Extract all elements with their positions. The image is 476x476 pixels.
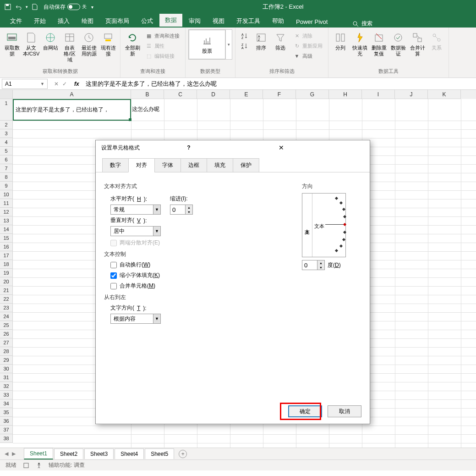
tab-formulas[interactable]: 公式 xyxy=(136,15,159,28)
consolidate-button[interactable]: 合并计算 xyxy=(408,29,427,59)
sheet-tab[interactable]: Sheet5 xyxy=(145,448,174,459)
indent-spinner[interactable]: ▲▼ xyxy=(170,205,193,215)
vert-align-combo[interactable]: 居中▼ xyxy=(110,226,161,236)
get-data-button[interactable]: 获取数据 xyxy=(3,29,21,59)
dlg-tab-border[interactable]: 边框 xyxy=(181,158,207,172)
row-header[interactable]: 14 xyxy=(0,225,13,234)
cell-a1-selected[interactable]: 这里的字是不是太多了，已经出格了， xyxy=(13,99,131,121)
row-header[interactable]: 7 xyxy=(0,164,13,173)
row-header[interactable]: 11 xyxy=(0,199,13,208)
row-header[interactable]: 33 xyxy=(0,391,13,399)
formula-input[interactable]: 这里的字是不是太多了，已经出格了，这怎么办呢 xyxy=(82,80,476,88)
tab-help[interactable]: 帮助 xyxy=(267,15,290,28)
row-header[interactable]: 34 xyxy=(0,399,13,408)
refresh-all-button[interactable]: 全部刷新 xyxy=(123,29,142,59)
row-header[interactable]: 31 xyxy=(0,373,13,382)
row-header[interactable]: 38 xyxy=(0,434,13,443)
select-all-corner[interactable] xyxy=(0,90,13,99)
filter-button[interactable]: 筛选 xyxy=(271,29,290,53)
queries-connections-button[interactable]: ▦查询和连接 xyxy=(143,31,181,40)
reapply-button[interactable]: ↻重新应用 xyxy=(291,41,324,50)
row-header[interactable]: 25 xyxy=(0,321,13,330)
flash-fill-button[interactable]: 快速填充 xyxy=(350,29,369,59)
row-header[interactable]: 20 xyxy=(0,277,13,286)
row-header[interactable]: 9 xyxy=(0,182,13,190)
sheet-nav-next[interactable]: ▶ xyxy=(12,451,16,457)
tab-data[interactable]: 数据 xyxy=(159,14,182,28)
row-header[interactable]: 29 xyxy=(0,356,13,365)
tab-power-pivot[interactable]: Power Pivot xyxy=(290,16,333,28)
undo-icon[interactable] xyxy=(15,3,23,11)
col-header[interactable]: B xyxy=(131,90,164,99)
dlg-tab-protection[interactable]: 保护 xyxy=(233,158,259,172)
shrink-to-fit-checkbox[interactable]: 缩小字体填充(K) xyxy=(110,271,302,279)
ok-button[interactable]: 确定 xyxy=(288,405,322,417)
col-header[interactable]: F xyxy=(263,90,296,99)
row-header[interactable]: 28 xyxy=(0,347,13,356)
row-header[interactable]: 4 xyxy=(0,138,13,147)
tab-developer[interactable]: 开发工具 xyxy=(231,15,266,28)
row-header[interactable]: 32 xyxy=(0,382,13,391)
tab-review[interactable]: 审阅 xyxy=(183,15,206,28)
existing-connections-button[interactable]: 现有连接 xyxy=(99,29,117,59)
from-table-button[interactable]: 自表格/区域 xyxy=(60,29,79,65)
clear-button[interactable]: ✕清除 xyxy=(291,31,324,40)
add-sheet-button[interactable]: + xyxy=(179,450,187,458)
tab-file[interactable]: 文件 xyxy=(5,15,27,28)
text-to-columns-button[interactable]: 分列 xyxy=(331,29,350,53)
row-header[interactable]: 10 xyxy=(0,190,13,199)
horiz-align-combo[interactable]: 常规▼ xyxy=(110,205,161,215)
fx-icon[interactable]: fx xyxy=(74,81,79,87)
sheet-tab[interactable]: Sheet1 xyxy=(24,448,53,459)
col-header[interactable]: H xyxy=(329,90,362,99)
dlg-tab-number[interactable]: 数字 xyxy=(102,158,129,172)
tab-draw[interactable]: 绘图 xyxy=(76,15,99,28)
sort-desc-button[interactable]: ZA xyxy=(239,41,250,50)
remove-duplicates-button[interactable]: 删除重复值 xyxy=(370,29,388,59)
accessibility-icon[interactable] xyxy=(36,462,42,469)
row-header[interactable]: 35 xyxy=(0,408,13,417)
col-header[interactable]: E xyxy=(230,90,263,99)
row-header[interactable]: 5 xyxy=(0,147,13,155)
cancel-button[interactable]: 取消 xyxy=(328,405,361,417)
tab-page-layout[interactable]: 页面布局 xyxy=(100,15,135,28)
name-box[interactable]: A1▼ xyxy=(2,79,48,89)
row-header[interactable]: 1 xyxy=(0,99,13,121)
col-header[interactable]: K xyxy=(428,90,461,99)
data-types-gallery[interactable]: 股票 ▾ xyxy=(188,29,232,60)
cancel-formula-icon[interactable]: ✕ xyxy=(54,81,59,87)
data-validation-button[interactable]: 数据验证 xyxy=(389,29,407,59)
col-header[interactable]: D xyxy=(197,90,230,99)
edit-links-button[interactable]: ⬚编辑链接 xyxy=(143,51,181,61)
dialog-help-button[interactable]: ? xyxy=(187,144,273,151)
enter-formula-icon[interactable]: ✓ xyxy=(62,81,67,87)
relationships-button[interactable]: 关系 xyxy=(427,29,446,53)
macro-record-icon[interactable] xyxy=(23,462,29,469)
row-header[interactable]: 18 xyxy=(0,260,13,269)
row-header[interactable]: 15 xyxy=(0,234,13,243)
row-header[interactable]: 37 xyxy=(0,426,13,434)
col-header[interactable]: A xyxy=(13,90,131,99)
row-header[interactable]: 36 xyxy=(0,417,13,426)
row-header[interactable]: 2 xyxy=(0,121,13,129)
sheet-nav-prev[interactable]: ◀ xyxy=(5,451,8,457)
row-header[interactable]: 8 xyxy=(0,173,13,182)
row-header[interactable]: 13 xyxy=(0,216,13,225)
dlg-tab-font[interactable]: 字体 xyxy=(154,158,181,172)
row-header[interactable]: 17 xyxy=(0,251,13,260)
row-header[interactable]: 24 xyxy=(0,312,13,321)
sheet-tab[interactable]: Sheet3 xyxy=(84,448,114,459)
dlg-tab-fill[interactable]: 填充 xyxy=(207,158,233,172)
merge-cells-checkbox[interactable]: 合并单元格(M) xyxy=(110,282,302,290)
sheet-tab[interactable]: Sheet4 xyxy=(115,448,144,459)
wrap-text-checkbox[interactable]: 自动换行(W) xyxy=(110,261,302,269)
ribbon-search[interactable]: 搜索 xyxy=(352,20,372,28)
sheet-tab[interactable]: Sheet2 xyxy=(54,448,83,459)
row-header[interactable]: 26 xyxy=(0,330,13,338)
from-text-csv-button[interactable]: 从文本/CSV xyxy=(22,29,40,59)
row-header[interactable]: 27 xyxy=(0,338,13,347)
col-header[interactable]: I xyxy=(362,90,395,99)
row-header[interactable]: 16 xyxy=(0,243,13,251)
text-direction-combo[interactable]: 根据内容▼ xyxy=(110,314,161,324)
col-header[interactable]: C xyxy=(164,90,197,99)
